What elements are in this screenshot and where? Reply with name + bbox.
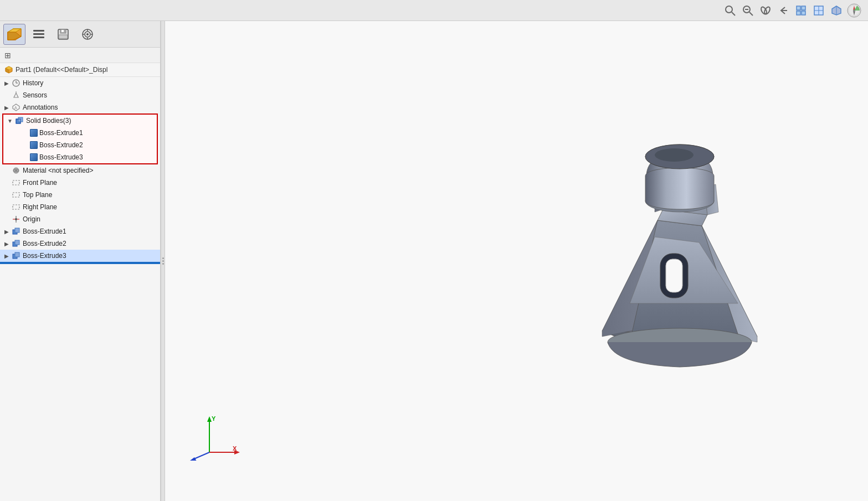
grid-icon-btn[interactable] xyxy=(793,2,809,19)
origin-label: Origin xyxy=(23,215,40,223)
sensors-label: Sensors xyxy=(23,91,47,99)
tree-item-material[interactable]: ▶ Material <not specified> xyxy=(0,164,160,177)
cube-icon-btn[interactable] xyxy=(828,2,845,19)
svg-rect-25 xyxy=(33,30,44,32)
3d-model-svg xyxy=(558,65,824,386)
part-label: Part1 (Default<<Default>_Displ xyxy=(16,66,107,74)
boss2-expand[interactable]: ▶ xyxy=(2,239,11,248)
tree-item-sb-boss-extrude2[interactable]: ▶ Boss-Extrude2 xyxy=(3,139,157,151)
svg-rect-65 xyxy=(15,252,19,257)
left-panel-toolbar xyxy=(0,21,160,48)
annotations-expand[interactable]: ▶ xyxy=(2,103,11,112)
solid-bodies-label: Solid Bodies(3) xyxy=(26,117,71,125)
origin-icon xyxy=(11,214,21,224)
tree-item-solid-bodies[interactable]: ▼ Solid Bodies(3) xyxy=(3,115,157,127)
view-icon-btn[interactable] xyxy=(810,2,827,19)
filter-icon: ⊞ xyxy=(4,51,11,60)
sb-boss2-icon xyxy=(30,141,38,149)
tree-container[interactable]: ▶ History ▶ xyxy=(0,77,160,501)
sb-boss1-label: Boss-Extrude1 xyxy=(39,129,83,137)
tree-item-sb-boss-extrude1[interactable]: ▶ Boss-Extrude1 xyxy=(3,127,157,139)
boss1-icon xyxy=(11,226,21,236)
tree-item-top-plane[interactable]: ▶ Top Plane xyxy=(0,189,160,201)
top-toolbar xyxy=(0,0,868,21)
svg-rect-63 xyxy=(15,240,19,245)
target-btn[interactable] xyxy=(76,24,99,45)
save-btn[interactable] xyxy=(52,24,74,45)
svg-rect-30 xyxy=(59,35,68,39)
part-header: Part1 (Default<<Default>_Displ xyxy=(0,63,160,77)
filter-bar: ⊞ xyxy=(0,48,160,63)
svg-rect-7 xyxy=(797,6,800,10)
list-view-btn[interactable] xyxy=(28,24,50,45)
svg-rect-54 xyxy=(13,180,19,185)
svg-line-93 xyxy=(193,452,209,459)
svg-rect-8 xyxy=(802,6,805,10)
svg-rect-31 xyxy=(61,30,64,32)
tree-item-front-plane[interactable]: ▶ Front Plane xyxy=(0,177,160,189)
svg-text:X: X xyxy=(233,445,237,452)
boss3-expand[interactable]: ▶ xyxy=(2,251,11,260)
solid-bodies-icon xyxy=(14,116,24,126)
svg-text:Y: Y xyxy=(212,415,216,422)
search-icon-btn[interactable] xyxy=(722,2,738,19)
svg-rect-10 xyxy=(802,11,805,15)
annotations-icon: A xyxy=(11,102,21,112)
compass-icon-btn[interactable] xyxy=(846,2,862,19)
main-area: ⊞ Part1 (Default<<Default>_Displ ▶ xyxy=(0,21,868,501)
material-label: Material <not specified> xyxy=(23,167,93,174)
tree-item-boss-extrude1[interactable]: ▶ Boss-Extrude1 xyxy=(0,225,160,237)
svg-point-59 xyxy=(15,218,17,220)
resize-handle[interactable] xyxy=(161,21,165,501)
history-label: History xyxy=(23,79,43,87)
boss2-icon xyxy=(11,239,21,249)
axis-svg: Y X xyxy=(187,411,243,461)
svg-rect-9 xyxy=(797,11,800,15)
left-panel: ⊞ Part1 (Default<<Default>_Displ ▶ xyxy=(0,21,161,501)
tree-item-boss-extrude3[interactable]: ▶ Boss-Extrude3 xyxy=(0,250,160,262)
zoom-icon-btn[interactable] xyxy=(739,2,756,19)
svg-rect-56 xyxy=(13,205,19,209)
boss1-label: Boss-Extrude1 xyxy=(23,228,66,235)
svg-marker-88 xyxy=(207,416,212,422)
svg-text:A: A xyxy=(14,106,17,110)
top-plane-label: Top Plane xyxy=(23,191,52,199)
toolbar-icons-right xyxy=(722,2,862,19)
svg-line-4 xyxy=(749,12,753,16)
resize-dots xyxy=(162,257,164,265)
solid-bodies-expand[interactable]: ▼ xyxy=(6,116,14,125)
svg-rect-76 xyxy=(666,259,682,292)
svg-rect-55 xyxy=(13,193,19,197)
tree-item-history[interactable]: ▶ History xyxy=(0,77,160,89)
solid-bodies-group: ▼ Solid Bodies(3) ▶ Boss-Extrude1 xyxy=(2,113,158,164)
tree-item-boss-extrude2[interactable]: ▶ Boss-Extrude2 xyxy=(0,237,160,250)
sb-boss1-icon xyxy=(30,129,38,137)
tree-item-origin[interactable]: ▶ Origin xyxy=(0,213,160,225)
part-icon-btn[interactable] xyxy=(3,24,25,45)
right-plane-label: Right Plane xyxy=(23,203,57,211)
boss3-icon xyxy=(11,251,21,261)
sb-boss3-icon xyxy=(30,153,38,161)
back-icon-btn[interactable] xyxy=(775,2,792,19)
material-icon xyxy=(11,166,21,175)
viewport[interactable]: Y X xyxy=(165,21,868,501)
link-icon-btn[interactable] xyxy=(757,2,774,19)
svg-rect-26 xyxy=(33,33,44,35)
tree-item-annotations[interactable]: ▶ A Annotations xyxy=(0,101,160,113)
svg-rect-61 xyxy=(15,228,19,233)
sb-boss2-label: Boss-Extrude2 xyxy=(39,141,83,149)
tree-item-sb-boss-extrude3[interactable]: ▶ Boss-Extrude3 xyxy=(3,151,157,163)
front-plane-icon xyxy=(11,178,21,188)
svg-point-0 xyxy=(726,6,732,13)
svg-point-85 xyxy=(655,148,694,162)
sb-boss3-label: Boss-Extrude3 xyxy=(39,153,83,161)
boss2-label: Boss-Extrude2 xyxy=(23,240,66,247)
svg-point-34 xyxy=(86,33,89,35)
right-plane-icon xyxy=(11,202,21,212)
boss1-expand[interactable]: ▶ xyxy=(2,227,11,236)
history-expand[interactable]: ▶ xyxy=(2,79,11,87)
tree-item-right-plane[interactable]: ▶ Right Plane xyxy=(0,201,160,213)
sensors-icon xyxy=(11,90,21,100)
tree-item-sensors[interactable]: ▶ Sensors xyxy=(0,89,160,101)
coordinate-axis: Y X xyxy=(187,411,243,462)
